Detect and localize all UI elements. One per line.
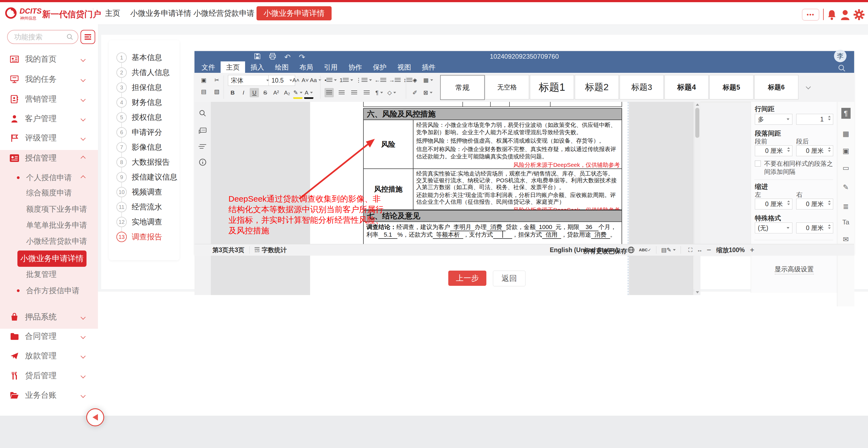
step-credit-advice[interactable]: 9授信建议信息 [109,172,180,182]
sidebar-item-my-tasks[interactable]: 我的任务 [0,73,98,85]
fit-page-icon[interactable]: ⛶ [686,245,695,254]
highlight-icon[interactable]: ✎ [293,88,303,99]
font-name-select[interactable]: 宋体 [228,75,272,86]
nav-tab-micro-detail[interactable]: 小微业务申请详情 [130,2,191,25]
info-icon[interactable] [199,159,207,167]
shading-icon[interactable]: ◇ [387,88,396,97]
user-icon[interactable] [840,9,850,20]
blank-purpose[interactable]: 消费 [591,231,610,239]
sidebar-item-disbursement[interactable]: 放款管理 [0,350,98,362]
tab-insert[interactable]: 插入 [245,61,270,73]
sidebar-item-limit-business[interactable]: 额度项下业务申请 [0,203,98,215]
step-finance[interactable]: 4财务信息 [109,97,180,108]
sidebar-search[interactable] [7,30,78,44]
step-authorization[interactable]: 5授权信息 [109,112,180,123]
print-icon[interactable] [269,53,276,62]
paragraph-mark-icon[interactable]: ¶ [375,88,384,97]
step-imaging[interactable]: 7影像信息 [109,142,180,153]
justify-icon[interactable] [362,88,371,97]
underline-icon[interactable]: U [250,88,259,97]
sidebar-collapse-menu-button[interactable] [81,30,95,44]
align-center-icon[interactable] [337,88,346,97]
image-panel-icon[interactable]: ▣ [842,147,849,155]
text-art-panel-icon[interactable]: Ta [842,218,849,226]
tab-references[interactable]: 引用 [318,61,343,73]
style-heading5[interactable]: 标题5 [709,75,753,99]
back-button[interactable]: 返回 [493,271,526,286]
previous-step-button[interactable]: 上一步 [448,271,486,286]
scroll-down-icon[interactable] [696,291,699,294]
zoom-in-button[interactable]: + [747,245,757,254]
globe-icon[interactable] [627,246,634,253]
step-guarantee[interactable]: 3担保信息 [109,82,180,93]
subscript-icon[interactable]: A₂ [282,88,291,97]
line-spacing-select[interactable]: 多 [755,114,793,125]
page-color-icon[interactable]: ▦ [423,75,433,85]
step-survey-report[interactable]: 13调查报告 [109,232,180,242]
sidebar-item-marketing[interactable]: 营销管理 [0,93,98,105]
bell-icon[interactable] [827,9,837,20]
sidebar-item-credit[interactable]: 授信管理 [0,152,98,164]
comment-panel-icon[interactable]: ✎ [843,183,849,192]
avatar[interactable]: 李 [834,50,846,62]
indent-right-input[interactable]: 0 厘米 [796,199,833,209]
fit-width-icon[interactable]: ↔ [695,245,704,254]
collapse-fab-button[interactable] [86,408,104,426]
bullet-list-icon[interactable]: • [324,75,337,85]
find-icon[interactable] [199,109,207,118]
paste-icon[interactable]: ▤ [198,87,209,96]
align-right-icon[interactable] [349,88,359,97]
tab-view[interactable]: 视图 [392,61,416,73]
document-canvas[interactable]: 六、风险及风控措施 风险 经营风险：小微企业市场竞争力弱，易受行业波动（如政策变… [211,102,694,295]
no-space-checkbox[interactable] [755,161,761,167]
nav-tab-micro-detail-active[interactable]: 小微业务申请详情 [256,6,332,21]
more-apps-button[interactable]: ••• [802,9,819,21]
blank-guarantee[interactable]: 信用 [542,231,561,239]
select-icon[interactable]: ▧ [211,87,222,96]
layout-panel-icon[interactable]: ▭ [842,164,849,172]
align-left-icon[interactable] [324,88,334,97]
blank-amount[interactable]: 1000 [536,223,555,231]
tab-file[interactable]: 文件 [196,61,221,73]
sidebar-item-collateral[interactable]: 押品系统 [0,311,98,323]
zoom-out-button[interactable]: − [704,245,713,254]
style-heading3[interactable]: 标题3 [620,75,664,99]
step-video-survey[interactable]: 10视频调查 [109,187,180,198]
track-changes-icon[interactable]: ▤✎ [661,245,676,254]
sidebar-item-partner-credit[interactable]: 合作方授信申请 [0,285,98,297]
mail-merge-panel-icon[interactable]: ✉ [843,235,849,244]
line-spacing-value[interactable]: 1 [796,114,833,125]
tab-collaborate[interactable]: 协作 [343,61,368,73]
step-scoring[interactable]: 6申请评分 [109,127,180,138]
sidebar-item-contracts[interactable]: 合同管理 [0,331,98,342]
format-painter-icon[interactable]: ✐ [410,88,420,97]
document-scrollbar[interactable] [694,102,701,295]
special-amount-input[interactable]: 0 厘米 [796,222,833,233]
style-heading6[interactable]: 标题6 [754,75,798,99]
eraser-icon[interactable]: ◈ [410,75,420,85]
frame-icon[interactable]: ⊠ [423,88,433,97]
tab-layout[interactable]: 布局 [294,61,318,73]
editor-search-icon[interactable] [838,64,846,72]
blank-pay-method[interactable] [493,231,512,239]
bold-icon[interactable]: B [228,88,237,97]
blank-repay-method[interactable]: 等额本析 [433,231,463,239]
change-case-icon[interactable]: Aa [310,75,321,85]
multilevel-list-icon[interactable]: ⋮ [356,75,372,85]
step-basic-info[interactable]: 1基本信息 [109,52,180,63]
sidebar-item-ledger[interactable]: 业务台账 [0,389,98,401]
fields-panel-icon[interactable]: ≣ [843,202,849,211]
sidebar-item-approval-mgmt[interactable]: 批复管理 [0,268,98,280]
superscript-icon[interactable]: A² [272,88,281,97]
search-input[interactable] [13,33,66,41]
blank-customer[interactable]: 李明月 [450,223,475,231]
sidebar-item-my-home[interactable]: 我的首页 [0,53,98,65]
paragraph-panel-icon[interactable]: ¶ [841,108,850,119]
font-color-icon[interactable]: A [304,88,313,99]
language-selector[interactable]: English (United States) [550,246,618,254]
special-format-select[interactable]: (无) [755,222,793,233]
sidebar-item-comprehensive-limit[interactable]: 综合额度申请 [0,187,98,199]
before-input[interactable]: 0 厘米 [755,145,793,156]
save-icon[interactable] [254,53,261,62]
sidebar-item-rating[interactable]: 评级管理 [0,132,98,144]
